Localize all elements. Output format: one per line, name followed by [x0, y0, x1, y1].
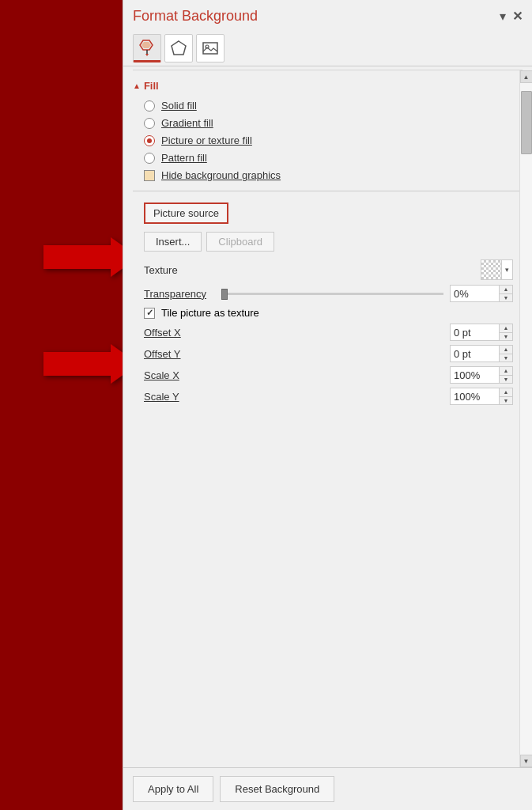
panel-title: Format Background: [133, 8, 258, 25]
radio-selected-dot: [147, 138, 152, 143]
reset-background-button[interactable]: Reset Background: [220, 776, 334, 802]
texture-row: Texture ▾: [144, 259, 519, 280]
scale-x-spinner[interactable]: ▲ ▼: [499, 367, 512, 383]
slider-thumb[interactable]: [221, 289, 228, 300]
solid-fill-radio[interactable]: [144, 100, 155, 112]
bottom-spacer: [133, 409, 519, 425]
scale-x-label: Scale X: [144, 369, 215, 381]
svg-marker-3: [141, 42, 151, 48]
insert-button[interactable]: Insert...: [144, 232, 202, 252]
scale-y-spinner[interactable]: ▲ ▼: [499, 388, 512, 404]
hide-bg-checkbox[interactable]: [144, 170, 155, 181]
offset-y-spinner-up[interactable]: ▲: [500, 346, 512, 354]
offset-y-spinner[interactable]: ▲ ▼: [499, 346, 512, 361]
picture-source-container: Picture source: [133, 198, 519, 229]
hide-bg-graphics-option[interactable]: Hide background graphics: [144, 169, 519, 181]
offset-y-value: 0 pt: [451, 346, 499, 361]
content-area: ▲ Fill Solid fill Gradient fill: [123, 70, 532, 767]
effects-icon-btn[interactable]: [164, 34, 193, 62]
offset-x-label: Offset X: [144, 327, 215, 339]
scroll-track: [520, 83, 532, 755]
offset-x-row: Offset X 0 pt ▲ ▼: [144, 324, 519, 341]
slider-track: [221, 293, 443, 295]
solid-fill-option[interactable]: Solid fill: [144, 100, 519, 112]
transparency-slider[interactable]: [221, 293, 443, 295]
transparency-row: Transparency 0% ▲ ▼: [144, 285, 519, 302]
texture-preview: [481, 260, 502, 279]
tile-picture-label: Tile picture as texture: [161, 307, 259, 319]
transparency-value: 0%: [451, 286, 499, 301]
scale-x-value-box: 100% ▲ ▼: [450, 366, 513, 384]
fill-radio-group: Solid fill Gradient fill Picture or text…: [144, 100, 519, 164]
checkmark-icon: ✓: [146, 308, 153, 318]
picture-texture-fill-label: Picture or texture fill: [161, 134, 252, 146]
svg-marker-5: [145, 54, 149, 56]
offset-x-spinner-up[interactable]: ▲: [500, 324, 512, 333]
gradient-fill-option[interactable]: Gradient fill: [144, 117, 519, 129]
offset-x-spinner[interactable]: ▲ ▼: [499, 324, 512, 340]
clipboard-button[interactable]: Clipboard: [206, 232, 274, 252]
gradient-fill-label: Gradient fill: [161, 117, 213, 129]
scale-y-label: Scale Y: [144, 391, 215, 403]
scale-y-value-box: 100% ▲ ▼: [450, 388, 513, 405]
picture-source-label: Picture source: [153, 207, 219, 219]
pattern-fill-option[interactable]: Pattern fill: [144, 152, 519, 164]
transparency-spinner-up[interactable]: ▲: [500, 286, 512, 294]
offset-y-value-box: 0 pt ▲ ▼: [450, 345, 513, 362]
apply-to-all-button[interactable]: Apply to All: [133, 776, 213, 802]
scroll-up-button[interactable]: ▲: [520, 70, 533, 83]
hide-bg-label: Hide background graphics: [161, 169, 281, 181]
texture-label: Texture: [144, 264, 215, 276]
offset-y-row: Offset Y 0 pt ▲ ▼: [144, 345, 519, 362]
offset-y-spinner-down[interactable]: ▼: [500, 354, 512, 362]
picture-icon-btn[interactable]: [196, 34, 224, 62]
scale-x-value: 100%: [451, 368, 499, 383]
svg-rect-7: [203, 43, 217, 54]
title-bar: Format Background ▾ ✕: [123, 0, 532, 29]
fill-section-title: Fill: [144, 80, 159, 92]
panel-dropdown-btn[interactable]: ▾: [500, 9, 506, 24]
pattern-fill-radio[interactable]: [144, 153, 155, 164]
tile-picture-row[interactable]: ✓ Tile picture as texture: [144, 307, 519, 319]
transparency-value-box: 0% ▲ ▼: [450, 285, 513, 302]
scale-x-spinner-down[interactable]: ▼: [500, 376, 512, 384]
scale-x-row: Scale X 100% ▲ ▼: [144, 366, 519, 384]
picture-texture-fill-option[interactable]: Picture or texture fill: [144, 134, 519, 146]
texture-dropdown-btn[interactable]: ▾: [481, 259, 513, 280]
title-controls: ▾ ✕: [500, 9, 523, 24]
gradient-fill-radio[interactable]: [144, 118, 155, 129]
scale-y-value: 100%: [451, 389, 499, 404]
offset-x-value: 0 pt: [451, 325, 499, 340]
transparency-spinner-down[interactable]: ▼: [500, 294, 512, 302]
format-background-panel: Format Background ▾ ✕: [123, 0, 532, 810]
toolbar: [123, 29, 532, 66]
picture-texture-fill-radio[interactable]: [144, 135, 155, 146]
scale-x-spinner-up[interactable]: ▲: [500, 367, 512, 376]
scrollbar[interactable]: ▲ ▼: [519, 70, 532, 767]
tile-picture-checkbox[interactable]: ✓: [144, 308, 155, 319]
section-collapse-arrow[interactable]: ▲: [133, 81, 141, 90]
fill-section-header: ▲ Fill: [133, 80, 519, 92]
panel-close-btn[interactable]: ✕: [512, 9, 523, 24]
transparency-label: Transparency: [144, 288, 215, 300]
solid-fill-label: Solid fill: [161, 100, 197, 112]
bottom-bar: Apply to All Reset Background: [123, 767, 532, 810]
texture-chevron-icon: ▾: [502, 266, 512, 274]
scale-y-spinner-up[interactable]: ▲: [500, 388, 512, 397]
left-panel: [0, 0, 123, 810]
pattern-fill-label: Pattern fill: [161, 152, 207, 164]
section-separator: [133, 191, 519, 191]
scroll-content: ▲ Fill Solid fill Gradient fill: [123, 70, 519, 767]
scale-y-spinner-down[interactable]: ▼: [500, 397, 512, 405]
svg-marker-6: [172, 41, 186, 55]
offset-y-label: Offset Y: [144, 348, 215, 360]
offset-x-spinner-down[interactable]: ▼: [500, 333, 512, 341]
transparency-spinner[interactable]: ▲ ▼: [499, 286, 512, 301]
picture-source-box: Picture source: [144, 202, 228, 224]
insert-clipboard-row: Insert... Clipboard: [144, 232, 508, 252]
scroll-thumb[interactable]: [521, 91, 532, 154]
fill-icon-btn[interactable]: [133, 34, 161, 62]
offset-x-value-box: 0 pt ▲ ▼: [450, 324, 513, 341]
scroll-down-button[interactable]: ▼: [520, 755, 533, 767]
scale-y-row: Scale Y 100% ▲ ▼: [144, 388, 519, 405]
